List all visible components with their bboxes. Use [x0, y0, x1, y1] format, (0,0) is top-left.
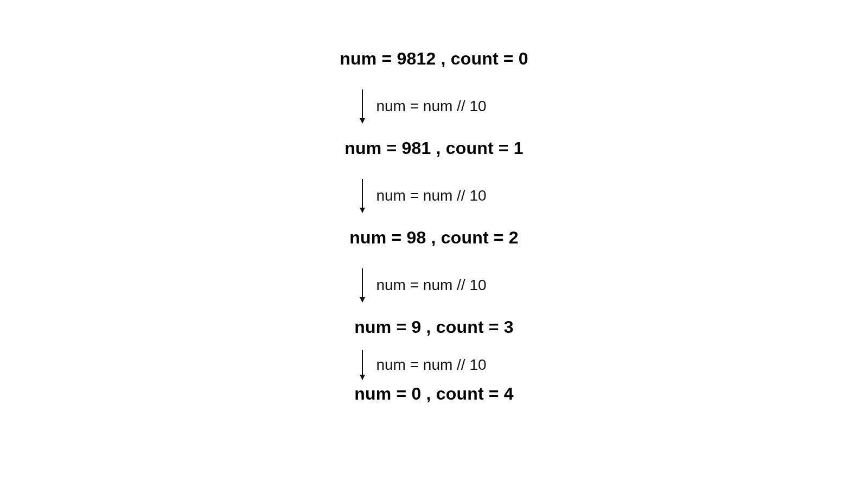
arrow-down-icon — [362, 350, 363, 380]
arrow-down-icon — [362, 89, 363, 123]
state-3: num = 9 , count = 3 — [354, 317, 514, 337]
state-1: num = 981 , count = 1 — [344, 138, 524, 158]
state-0: num = 9812 , count = 0 — [340, 49, 528, 69]
operation-label-2: num = num // 10 — [376, 277, 486, 294]
operation-label-3: num = num // 10 — [376, 356, 486, 374]
transition-1: num = num // 10 — [372, 179, 496, 213]
operation-label-0: num = num // 10 — [376, 98, 486, 115]
transition-0: num = num // 10 — [372, 89, 496, 123]
transition-3: num = num // 10 — [372, 350, 496, 380]
operation-label-1: num = num // 10 — [376, 187, 486, 204]
arrow-down-icon — [362, 268, 363, 302]
transition-2: num = num // 10 — [372, 268, 496, 302]
state-4: num = 0 , count = 4 — [354, 384, 514, 404]
digit-count-flow-diagram: num = 9812 , count = 0 num = num // 10 n… — [0, 0, 868, 488]
state-2: num = 98 , count = 2 — [349, 228, 519, 248]
arrow-down-icon — [362, 179, 363, 213]
